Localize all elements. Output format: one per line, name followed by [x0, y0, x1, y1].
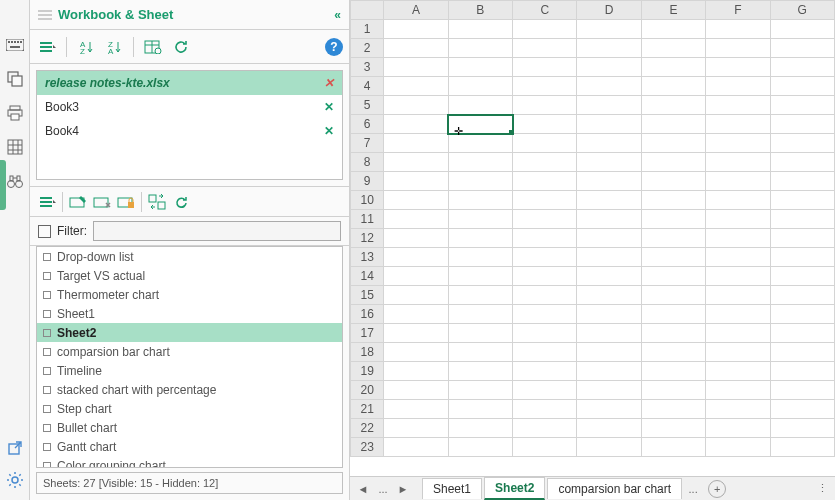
- row-header[interactable]: 11: [351, 210, 384, 229]
- cell[interactable]: [384, 134, 448, 153]
- tab-more[interactable]: ...: [684, 480, 702, 498]
- copy-icon[interactable]: [5, 69, 25, 89]
- column-header[interactable]: F: [706, 1, 770, 20]
- cell[interactable]: [706, 343, 770, 362]
- cell[interactable]: [448, 20, 512, 39]
- sheet-item[interactable]: stacked chart with percentage: [37, 380, 342, 399]
- cell[interactable]: [448, 191, 512, 210]
- menu-button[interactable]: [36, 191, 58, 213]
- cell[interactable]: [577, 191, 641, 210]
- spreadsheet-grid[interactable]: ABCDEFG123456789101112131415161718192021…: [350, 0, 835, 457]
- refresh-sheets-button[interactable]: [170, 191, 192, 213]
- cell[interactable]: [384, 191, 448, 210]
- cell[interactable]: [384, 305, 448, 324]
- cell[interactable]: [770, 191, 834, 210]
- cell[interactable]: [770, 229, 834, 248]
- cell[interactable]: [577, 305, 641, 324]
- workbook-item[interactable]: release notes-kte.xlsx ✕: [37, 71, 342, 95]
- cell[interactable]: [641, 286, 705, 305]
- cell[interactable]: [448, 267, 512, 286]
- cell[interactable]: [770, 20, 834, 39]
- row-header[interactable]: 4: [351, 77, 384, 96]
- grid-icon[interactable]: [5, 137, 25, 157]
- cell[interactable]: [641, 191, 705, 210]
- row-header[interactable]: 22: [351, 419, 384, 438]
- cell[interactable]: [384, 229, 448, 248]
- cell[interactable]: [577, 39, 641, 58]
- row-header[interactable]: 12: [351, 229, 384, 248]
- cell[interactable]: [706, 77, 770, 96]
- close-workbook-icon[interactable]: ✕: [324, 100, 334, 114]
- cell[interactable]: [577, 210, 641, 229]
- cell[interactable]: [706, 115, 770, 134]
- help-button[interactable]: ?: [325, 38, 343, 56]
- cell[interactable]: [448, 229, 512, 248]
- cell[interactable]: [513, 39, 577, 58]
- row-header[interactable]: 6: [351, 115, 384, 134]
- table-tool-button[interactable]: [142, 36, 164, 58]
- cell[interactable]: [384, 343, 448, 362]
- cell[interactable]: [448, 400, 512, 419]
- cell[interactable]: [577, 20, 641, 39]
- cell[interactable]: [384, 58, 448, 77]
- cell[interactable]: [641, 58, 705, 77]
- cell[interactable]: [513, 362, 577, 381]
- cell[interactable]: [706, 96, 770, 115]
- column-header[interactable]: C: [513, 1, 577, 20]
- cell[interactable]: [577, 153, 641, 172]
- cell[interactable]: [706, 229, 770, 248]
- cell[interactable]: [448, 58, 512, 77]
- cell[interactable]: [577, 248, 641, 267]
- cell[interactable]: [770, 172, 834, 191]
- row-header[interactable]: 7: [351, 134, 384, 153]
- cell[interactable]: [641, 267, 705, 286]
- cell[interactable]: [770, 286, 834, 305]
- row-header[interactable]: 3: [351, 58, 384, 77]
- cell[interactable]: [513, 20, 577, 39]
- cell[interactable]: [577, 77, 641, 96]
- cell[interactable]: [770, 77, 834, 96]
- cell[interactable]: [641, 96, 705, 115]
- cell[interactable]: [641, 438, 705, 457]
- cell[interactable]: [706, 400, 770, 419]
- sheet-item[interactable]: Gantt chart: [37, 437, 342, 456]
- cell[interactable]: [577, 343, 641, 362]
- cell[interactable]: [577, 267, 641, 286]
- cell[interactable]: [770, 400, 834, 419]
- sheet-tab[interactable]: Sheet2: [484, 477, 545, 500]
- cell[interactable]: [770, 419, 834, 438]
- rename-button[interactable]: [67, 191, 89, 213]
- cell[interactable]: [513, 419, 577, 438]
- cell[interactable]: [513, 153, 577, 172]
- cell[interactable]: [513, 343, 577, 362]
- cell[interactable]: [641, 248, 705, 267]
- sheet-item[interactable]: Bullet chart: [37, 418, 342, 437]
- cell[interactable]: [706, 362, 770, 381]
- sheet-item[interactable]: Target VS actual: [37, 266, 342, 285]
- cell[interactable]: [706, 305, 770, 324]
- sheet-item[interactable]: Color grouping chart: [37, 456, 342, 468]
- cell[interactable]: [513, 400, 577, 419]
- unhide-button[interactable]: [91, 191, 113, 213]
- column-header[interactable]: G: [770, 1, 834, 20]
- cell[interactable]: [448, 381, 512, 400]
- cell[interactable]: [384, 362, 448, 381]
- close-workbook-icon[interactable]: ✕: [324, 124, 334, 138]
- sheet-tab[interactable]: Sheet1: [422, 478, 482, 499]
- cell[interactable]: [706, 438, 770, 457]
- cell[interactable]: [448, 96, 512, 115]
- cell[interactable]: [384, 115, 448, 134]
- cell[interactable]: [448, 305, 512, 324]
- cell[interactable]: [641, 324, 705, 343]
- cell[interactable]: [706, 153, 770, 172]
- cell[interactable]: [448, 362, 512, 381]
- cell[interactable]: [641, 210, 705, 229]
- row-header[interactable]: 14: [351, 267, 384, 286]
- cell[interactable]: [384, 172, 448, 191]
- sheet-item[interactable]: Step chart: [37, 399, 342, 418]
- cell[interactable]: [641, 362, 705, 381]
- column-header[interactable]: B: [448, 1, 512, 20]
- row-header[interactable]: 20: [351, 381, 384, 400]
- cell[interactable]: [513, 305, 577, 324]
- cell[interactable]: [448, 115, 512, 134]
